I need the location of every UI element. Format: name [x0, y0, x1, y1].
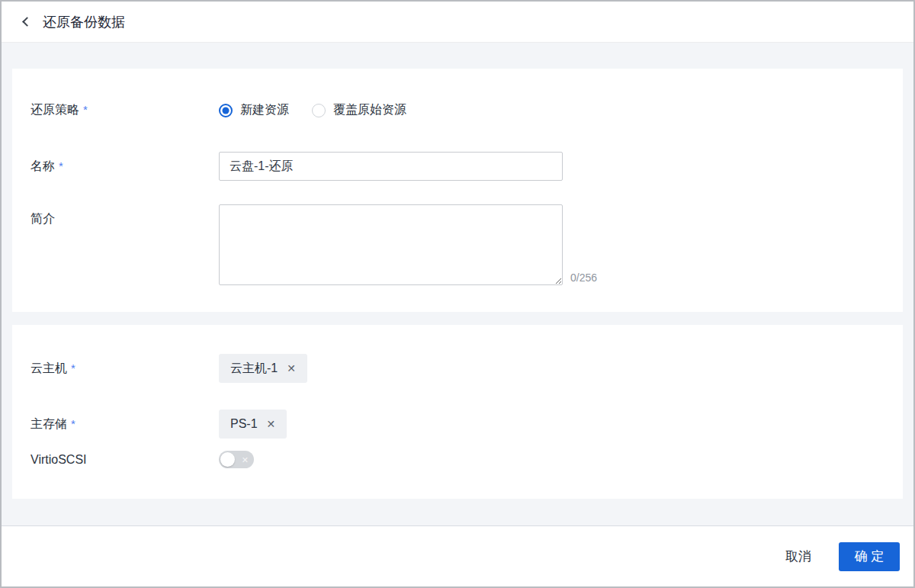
vm-tag-label: 云主机-1: [230, 361, 278, 377]
virtio-scsi-label: VirtioSCSI: [30, 453, 219, 467]
radio-selected-icon: [219, 104, 233, 117]
primary-storage-tag: PS-1 ✕: [219, 410, 287, 439]
toggle-knob: [220, 452, 235, 467]
description-row: 简介 0/256: [30, 204, 884, 285]
restore-strategy-row: 还原策略* 新建资源 覆盖原始资源: [30, 102, 884, 118]
radio-overwrite-original[interactable]: 覆盖原始资源: [312, 102, 406, 118]
form-body: 还原策略* 新建资源 覆盖原始资源 名称*: [2, 43, 913, 525]
required-mark: *: [71, 361, 75, 374]
toggle-off-icon: ✕: [242, 455, 249, 464]
description-textarea[interactable]: [219, 204, 563, 285]
char-counter: 0/256: [570, 272, 597, 285]
dialog-footer: 取消 确定: [2, 525, 913, 586]
name-input[interactable]: [219, 152, 563, 181]
description-label: 简介: [30, 204, 219, 227]
page-header: 还原备份数据: [2, 2, 913, 43]
description-field-wrap: 0/256: [219, 204, 597, 285]
vm-row: 云主机* 云主机-1 ✕: [30, 354, 884, 383]
required-mark: *: [83, 103, 88, 116]
name-row: 名称*: [30, 152, 884, 181]
chevron-left-icon: [22, 17, 32, 27]
remove-primary-storage-tag-icon[interactable]: ✕: [267, 419, 276, 429]
cancel-button[interactable]: 取消: [785, 548, 811, 565]
vm-label: 云主机*: [30, 361, 219, 377]
radio-new-resource[interactable]: 新建资源: [219, 102, 289, 118]
restore-backup-dialog: 还原备份数据 还原策略* 新建资源 覆盖原始资源: [0, 0, 915, 588]
restore-strategy-label: 还原策略*: [30, 102, 219, 118]
confirm-button[interactable]: 确定: [839, 542, 900, 571]
radio-unselected-icon: [312, 104, 326, 117]
virtio-scsi-row: VirtioSCSI ✕: [30, 451, 884, 468]
primary-storage-row: 主存储* PS-1 ✕: [30, 410, 884, 439]
page-title: 还原备份数据: [43, 13, 125, 31]
back-button[interactable]: [17, 14, 34, 31]
required-mark: *: [59, 159, 63, 172]
target-resource-card: 云主机* 云主机-1 ✕ 主存储* PS-1 ✕ VirtioSCSI: [12, 325, 903, 499]
primary-storage-tag-label: PS-1: [230, 417, 258, 431]
restore-strategy-radio-group: 新建资源 覆盖原始资源: [219, 102, 429, 118]
vm-tag: 云主机-1 ✕: [219, 354, 307, 383]
virtio-scsi-toggle[interactable]: ✕: [219, 451, 254, 468]
remove-vm-tag-icon[interactable]: ✕: [287, 363, 296, 374]
primary-storage-label: 主存储*: [30, 416, 219, 432]
basic-info-card: 还原策略* 新建资源 覆盖原始资源 名称*: [12, 69, 903, 312]
name-label: 名称*: [30, 159, 219, 175]
required-mark: *: [71, 417, 75, 430]
